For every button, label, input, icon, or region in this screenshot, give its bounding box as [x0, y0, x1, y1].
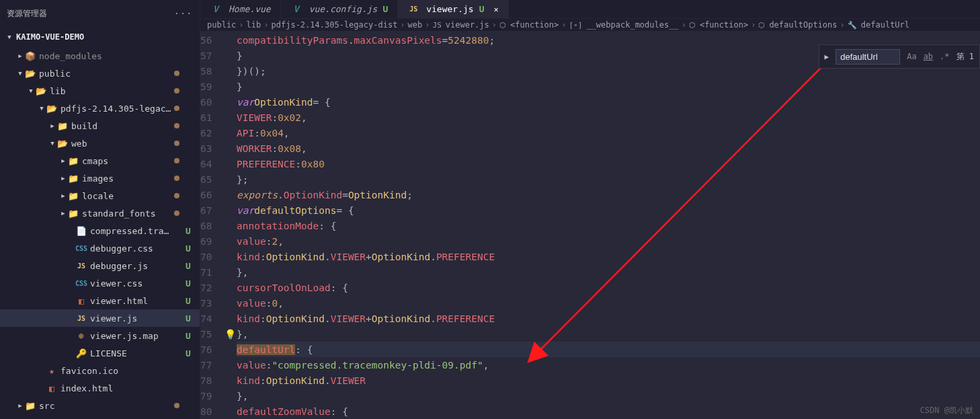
code-line[interactable]: API: 0x04, — [237, 125, 980, 141]
code-line[interactable]: value: 2, — [237, 233, 980, 249]
project-root[interactable]: ▼ KAIMO-VUE-DEMO — [0, 27, 200, 47]
file-icon: CSS — [75, 280, 87, 287]
code-line[interactable]: var defaultOptions = { — [237, 202, 980, 218]
code-line[interactable]: WORKER: 0x08, — [237, 141, 980, 156]
tree-item[interactable]: ▼📂webU — [0, 135, 200, 152]
tree-item[interactable]: ▼📂publicU — [0, 65, 200, 82]
code-line[interactable]: 💡 }, — [237, 326, 980, 342]
code-line[interactable]: }, — [237, 264, 980, 280]
breadcrumb-separator: › — [425, 20, 430, 30]
code-line[interactable]: defaultUrl: { — [237, 342, 980, 357]
lightbulb-icon[interactable]: 💡 — [224, 329, 236, 340]
code-line[interactable]: annotationMode: { — [237, 218, 980, 233]
git-dot-icon — [174, 88, 179, 93]
line-number: 77 — [200, 357, 224, 373]
tree-item[interactable]: ▶📁localeU — [0, 187, 200, 204]
file-icon: ◧ — [75, 296, 87, 306]
line-number: 57 — [200, 48, 224, 63]
tab-file-icon: V — [290, 4, 302, 14]
code-editor[interactable]: 5657585960616263646566676869707172737475… — [200, 31, 980, 419]
code-content[interactable]: compatibilityParams.maxCanvasPixels = 52… — [237, 31, 980, 419]
tree-item[interactable]: 📄compressed.tracemo…U — [0, 222, 200, 239]
explorer-more-icon[interactable]: ··· — [174, 9, 193, 18]
breadcrumb-segment[interactable]: lib — [247, 20, 261, 30]
code-line[interactable]: VIEWER: 0x02, — [237, 110, 980, 125]
git-dot-icon — [174, 158, 179, 163]
code-line[interactable]: }, — [237, 388, 980, 404]
breadcrumb-segment[interactable]: viewer.js — [446, 20, 489, 30]
file-icon: JS — [75, 262, 87, 270]
tree-item[interactable]: ▶📁cmapsU — [0, 152, 200, 169]
tree-item[interactable]: ▶📁standard_fontsU — [0, 204, 200, 222]
whole-word-icon[interactable]: ab — [924, 52, 933, 61]
code-line[interactable]: cursorToolOnLoad: { — [237, 280, 980, 295]
breadcrumb-segment[interactable]: <function> — [700, 20, 748, 30]
chevron-icon: ▶ — [16, 402, 24, 409]
file-name: viewer.js — [90, 313, 174, 323]
file-icon: 📂 — [56, 139, 69, 149]
line-number: 73 — [200, 295, 224, 311]
breadcrumb-separator: › — [400, 20, 405, 30]
file-icon: JS — [75, 315, 87, 322]
code-line[interactable]: value: 0, — [237, 295, 980, 311]
file-icon: ⊕ — [75, 331, 87, 341]
line-number: 64 — [200, 156, 224, 172]
breadcrumb-segment[interactable]: web — [408, 20, 423, 30]
editor-tab[interactable]: VHome.vue — [200, 0, 281, 18]
code-line[interactable]: kind: OptionKind.VIEWER + OptionKind.PRE… — [237, 311, 980, 326]
git-dot-icon — [174, 403, 179, 408]
line-number: 76 — [200, 342, 224, 357]
tree-item[interactable]: ▶📁imagesU — [0, 169, 200, 187]
breadcrumb-segment[interactable]: <function> — [510, 20, 559, 30]
git-status: U — [183, 226, 193, 236]
code-line[interactable]: kind: OptionKind.VIEWER + OptionKind.PRE… — [237, 249, 980, 264]
breadcrumb-segment[interactable]: defaultOptions — [769, 20, 837, 30]
code-line[interactable]: PREFERENCE: 0x80 — [237, 156, 980, 172]
tree-item[interactable]: JSdebugger.jsU — [0, 257, 200, 274]
breadcrumb-segment[interactable]: public — [207, 20, 236, 30]
code-line[interactable]: exports.OptionKind = OptionKind; — [237, 187, 980, 202]
code-line[interactable]: }; — [237, 172, 980, 187]
tree-item[interactable]: ▶📁srcU — [0, 397, 200, 414]
code-line[interactable]: } — [237, 79, 980, 94]
tree-item[interactable]: 🔑LICENSEU — [0, 344, 200, 362]
tab-bar: VHome.vueVvue.config.jsUJSviewer.jsU✕ — [200, 0, 980, 19]
tree-item[interactable]: CSSviewer.cssU — [0, 274, 200, 292]
find-expand-icon[interactable]: ▶ — [825, 52, 829, 61]
find-panel[interactable]: ▶ Aa ab .* 第 1 — [819, 44, 980, 69]
git-status: U — [183, 296, 193, 306]
breadcrumb-segment[interactable]: pdfjs-2.14.305-legacy-dist — [272, 20, 398, 30]
git-dot-icon — [174, 211, 179, 216]
line-gutter: 5657585960616263646566676869707172737475… — [200, 31, 237, 419]
tree-item[interactable]: CSSdebugger.cssU — [0, 239, 200, 257]
code-line[interactable]: defaultZoomValue: { — [237, 404, 980, 419]
file-icon: 📁 — [67, 208, 79, 219]
tree-item[interactable]: ⊕viewer.js.mapU — [0, 327, 200, 344]
find-input[interactable] — [835, 49, 900, 65]
git-dot-icon — [174, 123, 179, 128]
line-number: 75 — [200, 326, 224, 342]
code-line[interactable]: var OptionKind = { — [237, 94, 980, 110]
file-icon: 📦 — [24, 51, 36, 61]
line-number: 59 — [200, 79, 224, 94]
match-case-icon[interactable]: Aa — [907, 52, 916, 61]
tree-item[interactable]: JSviewer.jsU — [0, 309, 200, 327]
breadcrumb-icon: 🔧 — [848, 21, 857, 30]
line-number: 70 — [200, 249, 224, 264]
line-number: 56 — [200, 32, 224, 48]
breadcrumb-segment[interactable]: __webpack_modules__ — [586, 20, 678, 30]
tree-item[interactable]: ▶📦node_modulesU — [0, 47, 200, 65]
editor-tab[interactable]: Vvue.config.jsU — [281, 0, 399, 18]
breadcrumb-segment[interactable]: defaultUrl — [861, 20, 909, 30]
code-line[interactable]: value: "compressed.tracemonkey-pldi-09.p… — [237, 357, 980, 373]
tree-item[interactable]: ▼📂libU — [0, 82, 200, 100]
tree-item[interactable]: ◧viewer.htmlU — [0, 292, 200, 309]
regex-icon[interactable]: .* — [940, 52, 949, 61]
tree-item[interactable]: ◧index.htmlU — [0, 379, 200, 397]
tree-item[interactable]: ★favicon.icoU — [0, 362, 200, 379]
code-line[interactable]: kind: OptionKind.VIEWER — [237, 373, 980, 388]
tree-item[interactable]: ▶📁buildU — [0, 117, 200, 135]
close-icon[interactable]: ✕ — [493, 5, 498, 14]
tree-item[interactable]: ▼📂pdfjs-2.14.305-legacy-…U — [0, 100, 200, 117]
editor-tab[interactable]: JSviewer.jsU✕ — [398, 0, 509, 18]
